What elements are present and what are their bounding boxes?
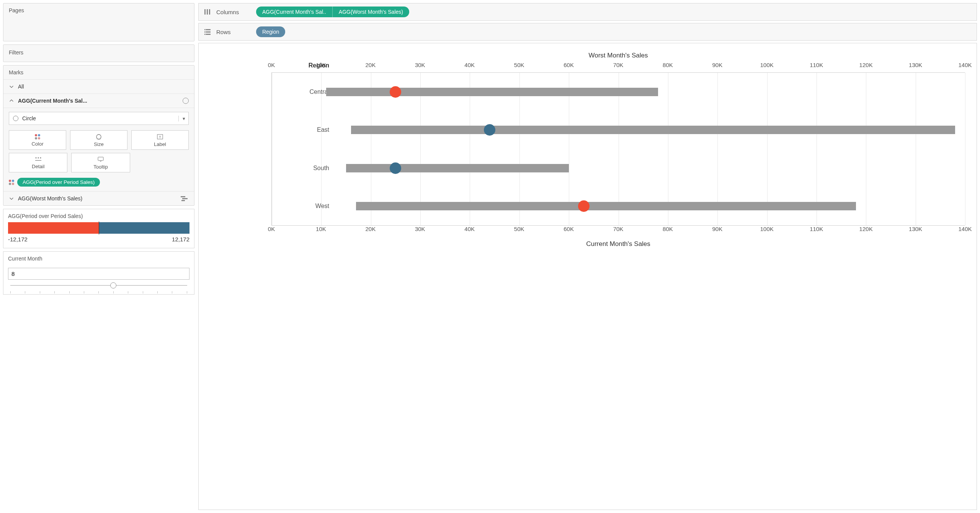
axis-tick: 100K — [760, 62, 774, 68]
svg-point-17 — [205, 30, 206, 30]
bar-east[interactable] — [351, 126, 955, 134]
marks-label: Marks — [3, 66, 194, 80]
marks-color[interactable]: Color — [9, 130, 66, 150]
marks-all-label: All — [18, 84, 189, 90]
top-axis-title: Worst Month's Sales — [271, 52, 965, 59]
tooltip-icon — [97, 156, 104, 162]
circle-icon — [13, 116, 18, 121]
axis-tick: 20K — [365, 62, 376, 68]
marks-properties: Color Size T Label — [3, 129, 194, 153]
axis-tick: 10K — [316, 226, 326, 232]
marks-all-row[interactable]: All — [3, 80, 194, 94]
slider-handle[interactable] — [110, 282, 116, 288]
mark-type-select[interactable]: Circle ▾ — [9, 112, 189, 125]
svg-point-0 — [96, 134, 101, 139]
marks-card-worst[interactable]: AGG(Worst Month's Sales) — [3, 191, 194, 205]
row-label: West — [276, 203, 329, 210]
axis-tick: 70K — [613, 62, 624, 68]
dot-south[interactable] — [390, 162, 401, 174]
axis-tick: 110K — [810, 62, 823, 68]
mark-type-value: Circle — [22, 115, 175, 121]
marks-tooltip-label: Tooltip — [93, 164, 108, 170]
marks-card-current[interactable]: AGG(Current Month's Sal... — [3, 94, 194, 108]
svg-point-3 — [35, 157, 36, 159]
row-pill[interactable]: Region — [256, 26, 285, 37]
axis-tick: 130K — [909, 62, 922, 68]
axis-tick: 110K — [810, 226, 823, 232]
color-icon — [35, 134, 40, 139]
marks-size-label: Size — [94, 141, 103, 147]
axis-tick: 90K — [712, 62, 722, 68]
svg-rect-12 — [207, 9, 208, 15]
gantt-icon — [180, 196, 189, 201]
param-slider[interactable] — [8, 280, 189, 293]
marks-label[interactable]: T Label — [131, 130, 189, 150]
color-icon — [9, 180, 14, 185]
axis-tick: 60K — [564, 226, 574, 232]
svg-point-4 — [38, 157, 39, 159]
chevron-up-icon — [9, 98, 14, 103]
columns-icon — [204, 9, 211, 15]
dot-west[interactable] — [578, 200, 590, 212]
axis-tick: 50K — [514, 226, 524, 232]
color-pill[interactable]: AGG(Period over Period Sales) — [17, 178, 100, 187]
chart-view: Worst Month's Sales 0K10K20K30K40K50K60K… — [198, 43, 977, 510]
axis-tick: 60K — [564, 62, 574, 68]
row-label: East — [276, 126, 329, 133]
color-legend[interactable]: AGG(Period over Period Sales) -12,172 12… — [3, 209, 194, 248]
axis-tick: 80K — [663, 62, 673, 68]
axis-tick: 100K — [760, 226, 774, 232]
dot-east[interactable] — [484, 124, 495, 136]
axis-tick: 20K — [365, 226, 376, 232]
row-label: Central — [276, 89, 329, 95]
rows-shelf[interactable]: Rows Region — [198, 23, 977, 41]
legend-min: -12,172 — [8, 236, 28, 243]
row-label: South — [276, 165, 329, 172]
circle-icon — [183, 98, 189, 104]
bar-west[interactable] — [356, 202, 856, 210]
axis-tick: 140K — [958, 62, 972, 68]
axis-tick: 30K — [415, 62, 425, 68]
column-pill-2[interactable]: AGG(Worst Month's Sales) — [333, 7, 409, 17]
svg-point-18 — [205, 32, 206, 33]
marks-detail-label: Detail — [32, 164, 44, 169]
svg-rect-9 — [182, 198, 188, 199]
axis-tick: 50K — [514, 62, 524, 68]
bottom-axis-title: Current Month's Sales — [271, 240, 965, 248]
axis-tick: 0K — [268, 226, 275, 232]
svg-point-19 — [205, 34, 206, 35]
parameter-card: Current Month — [3, 251, 194, 295]
marks-card-current-label: AGG(Current Month's Sal... — [18, 98, 179, 104]
marks-properties-2: Detail Tooltip — [3, 153, 194, 175]
dot-central[interactable] — [390, 86, 401, 98]
param-input[interactable] — [8, 268, 189, 280]
axis-tick: 130K — [909, 226, 922, 232]
pages-shelf[interactable]: Pages — [3, 3, 194, 41]
marks-size[interactable]: Size — [70, 130, 127, 150]
color-encoding-row: AGG(Period over Period Sales) — [3, 175, 194, 191]
bar-south[interactable] — [346, 164, 569, 172]
marks-label-label: Label — [154, 141, 166, 147]
axis-tick: 70K — [613, 226, 624, 232]
axis-tick: 120K — [859, 62, 873, 68]
marks-detail[interactable]: Detail — [9, 153, 67, 172]
marks-tooltip[interactable]: Tooltip — [71, 153, 130, 172]
svg-text:T: T — [159, 135, 161, 139]
region-header: Region — [276, 62, 329, 69]
columns-shelf[interactable]: Columns AGG(Current Month's Sal.. AGG(Wo… — [198, 3, 977, 21]
svg-rect-11 — [204, 9, 206, 15]
detail-icon — [34, 157, 42, 162]
axis-tick: 120K — [859, 226, 873, 232]
axis-tick: 140K — [958, 226, 972, 232]
rows-icon — [204, 29, 211, 35]
columns-label: Columns — [216, 9, 251, 15]
svg-rect-6 — [35, 160, 41, 161]
param-title: Current Month — [8, 256, 189, 262]
filters-shelf[interactable]: Filters — [3, 44, 194, 62]
marks-card-worst-label: AGG(Worst Month's Sales) — [18, 195, 176, 202]
marks-card: Marks All AGG(Current Month's Sal... Cir… — [3, 65, 194, 206]
column-pill-1[interactable]: AGG(Current Month's Sal.. — [256, 7, 333, 17]
chevron-down-icon — [9, 196, 14, 201]
bar-central[interactable] — [326, 88, 658, 96]
legend-max: 12,172 — [172, 236, 189, 243]
